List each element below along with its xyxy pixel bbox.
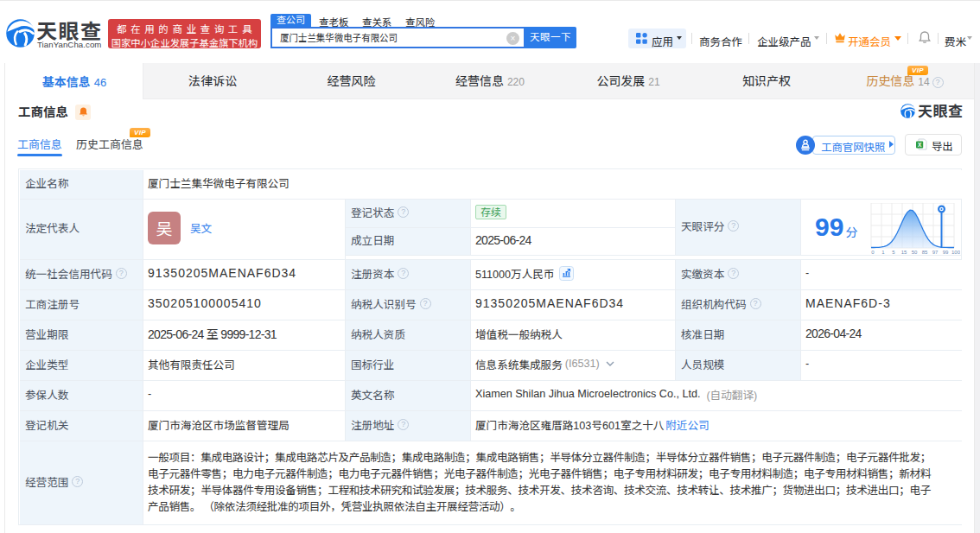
svg-text:85: 85 [922, 250, 928, 255]
svg-text:100: 100 [951, 250, 960, 255]
svg-text:5: 5 [892, 250, 895, 255]
svg-text:99: 99 [943, 250, 949, 255]
svg-text:X: X [918, 142, 922, 148]
svg-text:50: 50 [912, 250, 918, 255]
svg-text:97: 97 [932, 250, 939, 255]
svg-text:0: 0 [871, 250, 875, 255]
svg-text:15: 15 [901, 250, 907, 255]
svg-text:1: 1 [881, 250, 885, 255]
